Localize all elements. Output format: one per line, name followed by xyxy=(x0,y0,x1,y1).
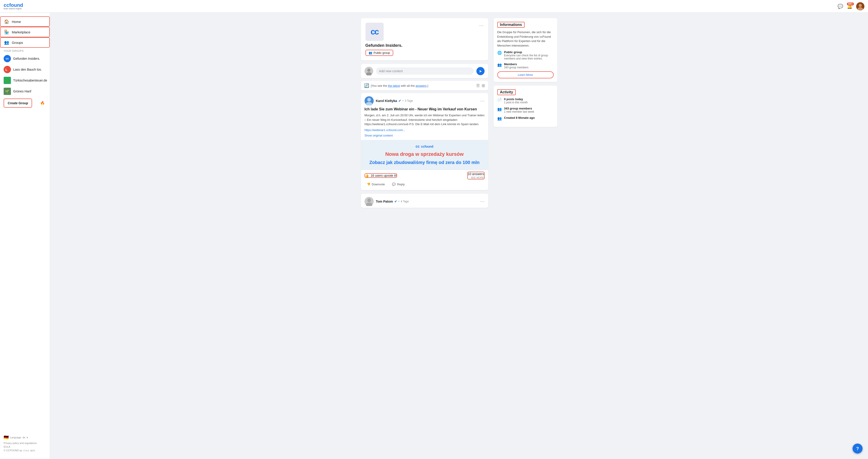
notice-icon: 🔄 xyxy=(364,83,369,88)
notice-bar: 🔄 [You see the the latest with all the a… xyxy=(361,81,488,90)
notice-grid-view-button[interactable]: ⊞ xyxy=(482,83,485,88)
activity-members-count: 343 group members xyxy=(504,107,534,110)
sidebar-group-bauch[interactable]: L Lass den Bauch los. xyxy=(0,64,50,75)
post-reactions: 👍 16 users upvote it! 10 answers SEE MOR… xyxy=(365,172,485,179)
post2-verified-icon: ✔ xyxy=(394,200,397,203)
globe-icon: 🌐 xyxy=(497,51,502,55)
language-selector[interactable]: 🇩🇪 Language de ▾ xyxy=(4,435,46,440)
post2-more-button[interactable]: ⋯ xyxy=(480,199,485,204)
sidebar-item-home-label: Home xyxy=(12,20,21,24)
post2-author: Tom Patom ✔ • 4 Tage xyxy=(365,197,409,206)
post-time: 3 Tage xyxy=(405,99,413,102)
eula-link[interactable]: EULA xyxy=(4,446,46,448)
preview-headline: Nowa droga w sprzedaży kursów xyxy=(385,151,464,157)
compose-input[interactable]: Add new content xyxy=(376,67,474,75)
public-group-info-desc: Everyone can check the list of group mem… xyxy=(504,54,554,60)
upvotes-label: 16 users upvote it! xyxy=(371,174,397,177)
top-bar: ccfound brain search engine 💬 🔔 999+ xyxy=(0,0,868,13)
downvote-button[interactable]: 👎 Downvote xyxy=(365,181,387,187)
activity-members-content: 343 group members 1 new member last week xyxy=(504,107,534,113)
public-group-label: Public group xyxy=(374,51,390,55)
group-header-card: cc ⋯ Gefunden Insiders. 👥 Public group xyxy=(361,18,488,60)
learn-more-button[interactable]: Learn More xyxy=(497,71,554,78)
group-more-button[interactable]: ⋯ xyxy=(479,23,484,28)
sidebar-nav: 🏠 Home 🏪 Marketplace 👥 Groups YOUR GROUP… xyxy=(0,17,50,109)
svg-point-16 xyxy=(367,198,371,202)
copyright: © CCFOUND sp. z o.o. sp.k. xyxy=(4,449,46,452)
post-text: Morgen, d.h. am 2. Juli um 20:00 Uhr, we… xyxy=(365,113,485,127)
answers-count: 10 answers xyxy=(468,172,484,176)
calendar-icon: 👥 xyxy=(497,116,502,121)
group-header-top: cc ⋯ xyxy=(366,23,484,43)
latest-link[interactable]: the latest xyxy=(388,84,400,88)
reply-button[interactable]: 💬 Reply xyxy=(390,181,407,187)
post-author: Karol Kieltyka ✔ • 3 Tage xyxy=(365,96,413,105)
activity-new-member: 1 new member last week xyxy=(504,110,534,113)
help-button[interactable]: ? xyxy=(852,444,863,454)
preview-brand: cc ccfound xyxy=(415,144,433,149)
create-group-button[interactable]: Create Group xyxy=(4,99,32,108)
members-content: Members 343 group members xyxy=(504,62,528,69)
hanf-group-label: Grünes Hanf xyxy=(13,90,31,93)
notice-list-view-button[interactable]: ☰ xyxy=(476,83,480,88)
post2-avatar xyxy=(365,197,374,206)
notifications-button[interactable]: 🔔 999+ xyxy=(847,4,852,9)
sidebar-item-home[interactable]: 🏠 Home xyxy=(0,17,50,27)
sidebar-item-marketplace[interactable]: 🏪 Marketplace xyxy=(0,27,50,37)
post-more-button[interactable]: ⋯ xyxy=(480,98,485,104)
language-code: de xyxy=(23,436,25,439)
sidebar-group-gefunden[interactable]: cc Gefunden Insiders. xyxy=(0,53,50,64)
public-group-content: Public group Everyone can check the list… xyxy=(504,51,554,60)
people-icon: 👥 xyxy=(497,107,502,111)
posts-today: 0 posts today xyxy=(504,97,528,101)
home-icon: 🏠 xyxy=(4,19,9,24)
main-layout: 🏠 Home 🏪 Marketplace 👥 Groups YOUR GROUP… xyxy=(0,13,868,459)
reactions-left: 👍 16 users upvote it! xyxy=(365,173,397,178)
logo: ccfound brain search engine xyxy=(4,3,23,10)
svg-text:🌿: 🌿 xyxy=(5,79,9,83)
posts-month: 1 post in this month xyxy=(504,101,528,104)
activity-members-item: 👥 343 group members 1 new member last we… xyxy=(497,107,554,113)
post2-author-name: Tom Patom ✔ • 4 Tage xyxy=(376,200,409,203)
sidebar-group-hanf[interactable]: 🌱 Grünes Hanf xyxy=(0,86,50,97)
gefunden-group-icon: cc xyxy=(4,55,11,62)
user-avatar[interactable] xyxy=(856,2,864,10)
answers-link[interactable]: answers xyxy=(415,84,426,88)
sidebar-item-groups[interactable]: 👥 Groups xyxy=(0,37,50,48)
top-bar-right: 💬 🔔 999+ xyxy=(838,2,864,10)
svg-point-10 xyxy=(367,69,370,72)
preview-subline: Zobacz jak zbudowaliśmy firmę od zera do… xyxy=(369,160,479,165)
show-original-button[interactable]: Show original content xyxy=(365,134,393,137)
document-icon: 📄 xyxy=(497,98,502,102)
language-label: Language xyxy=(10,436,21,439)
sidebar-group-turkisch[interactable]: 🌿 Türkischesabenteuer.de xyxy=(0,75,50,86)
activity-title: Activity xyxy=(497,89,516,95)
bauch-group-label: Lass den Bauch los. xyxy=(13,68,42,71)
post-preview: cc ccfound Nowa droga w sprzedaży kursów… xyxy=(361,140,488,170)
feed-column: cc ⋯ Gefunden Insiders. 👥 Public group A… xyxy=(361,18,488,454)
post-card: Karol Kieltyka ✔ • 3 Tage ⋯ Ich lade Sie… xyxy=(361,93,488,190)
activity-created-item: 👥 Created 8 Monate ago xyxy=(497,116,554,121)
svg-text:L: L xyxy=(5,68,7,71)
activity-created-content: Created 8 Monate ago xyxy=(504,116,535,120)
messages-button[interactable]: 💬 xyxy=(838,4,843,9)
verified-icon: ✔ xyxy=(398,99,401,103)
dropdown-arrow-icon: ▾ xyxy=(27,436,28,439)
post-link[interactable]: https://webinar1.ccfound.com... xyxy=(365,128,485,132)
compose-avatar xyxy=(365,67,373,75)
svg-text:🌱: 🌱 xyxy=(5,90,9,94)
hanf-group-icon: 🌱 xyxy=(4,88,11,95)
informations-card: Informations Die Gruppe für Personen, di… xyxy=(494,18,557,82)
post-body: Ich lade Sie zum Webinar ein - Neuer Weg… xyxy=(361,107,488,140)
activity-created: Created 8 Monate ago xyxy=(504,116,535,120)
notice-bar-left: 🔄 [You see the the latest with all the a… xyxy=(364,83,428,88)
send-button[interactable]: ➤ xyxy=(476,67,485,75)
downvote-icon: 👎 xyxy=(367,183,370,186)
post-author-info: Karol Kieltyka ✔ • 3 Tage xyxy=(376,99,413,103)
privacy-link[interactable]: Privacy policy and regulations xyxy=(4,442,46,445)
activity-posts-content: 0 posts today 1 post in this month xyxy=(504,97,528,104)
see-more-label[interactable]: SEE MORE xyxy=(471,176,484,179)
notification-badge: 999+ xyxy=(847,2,854,5)
post-header: Karol Kieltyka ✔ • 3 Tage ⋯ xyxy=(361,93,488,107)
sidebar: 🏠 Home 🏪 Marketplace 👥 Groups YOUR GROUP… xyxy=(0,13,50,459)
